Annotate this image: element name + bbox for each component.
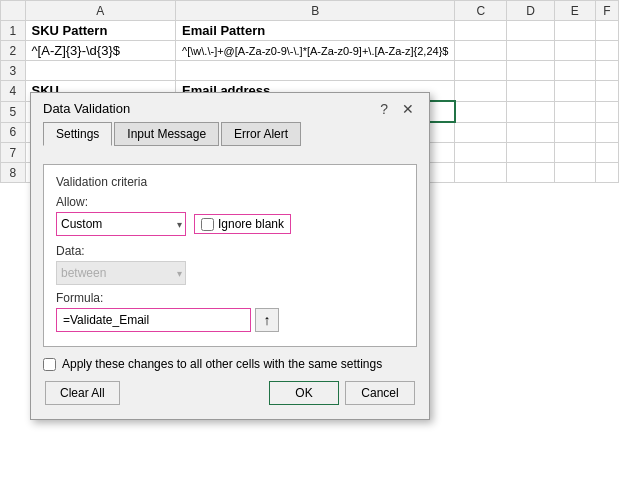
col-header-d[interactable]: D xyxy=(507,1,555,21)
cell-f2[interactable] xyxy=(595,41,618,61)
cell-f6[interactable] xyxy=(595,122,618,143)
cell-d1[interactable] xyxy=(507,21,555,41)
allow-dropdown-wrapper: Custom ▾ xyxy=(56,212,186,236)
col-header-num xyxy=(1,1,26,21)
allow-label: Allow: xyxy=(56,195,404,209)
col-header-b[interactable]: B xyxy=(176,1,455,21)
cell-c8[interactable] xyxy=(455,163,507,183)
cell-b3[interactable] xyxy=(176,61,455,81)
content-area: Validation criteria Allow: Custom ▾ Igno… xyxy=(43,164,417,347)
ignore-blank-checkbox-label[interactable]: Ignore blank xyxy=(194,214,291,234)
cell-e8[interactable] xyxy=(555,163,596,183)
cell-a1[interactable]: SKU Pattern xyxy=(25,21,176,41)
apply-changes-label: Apply these changes to all other cells w… xyxy=(62,357,382,371)
row-num-8: 8 xyxy=(1,163,26,183)
dialog-title: Data Validation xyxy=(43,101,130,116)
formula-collapse-button[interactable]: ↑ xyxy=(255,308,279,332)
row-num-2: 2 xyxy=(1,41,26,61)
cell-f5[interactable] xyxy=(595,101,618,122)
cell-d4[interactable] xyxy=(507,81,555,102)
apply-checkbox-row: Apply these changes to all other cells w… xyxy=(43,357,417,371)
col-header-c[interactable]: C xyxy=(455,1,507,21)
formula-row: ↑ xyxy=(56,308,404,332)
clear-all-button[interactable]: Clear All xyxy=(45,381,120,405)
cell-c5[interactable] xyxy=(455,101,507,122)
data-validation-dialog: Data Validation ? ✕ Settings Input Messa… xyxy=(30,92,430,420)
row-num-5: 5 xyxy=(1,101,26,122)
cell-d3[interactable] xyxy=(507,61,555,81)
row-num-1: 1 xyxy=(1,21,26,41)
formula-input[interactable] xyxy=(56,308,251,332)
cell-c1[interactable] xyxy=(455,21,507,41)
cell-e2[interactable] xyxy=(555,41,596,61)
cell-c6[interactable] xyxy=(455,122,507,143)
col-header-f[interactable]: F xyxy=(595,1,618,21)
table-row: 1 SKU Pattern Email Pattern xyxy=(1,21,619,41)
tab-bar: Settings Input Message Error Alert xyxy=(31,122,429,146)
cell-c7[interactable] xyxy=(455,143,507,163)
cell-b1[interactable]: Email Pattern xyxy=(176,21,455,41)
row-num-3: 3 xyxy=(1,61,26,81)
cell-b2[interactable]: ^[\w\.\-]+@[A-Za-z0-9\-\.]*[A-Za-z0-9]+\… xyxy=(176,41,455,61)
formula-collapse-icon: ↑ xyxy=(264,312,271,328)
cell-a2[interactable]: ^[A-Z]{3}-\d{3}$ xyxy=(25,41,176,61)
allow-row: Custom ▾ Ignore blank xyxy=(56,212,404,236)
cell-e3[interactable] xyxy=(555,61,596,81)
close-button[interactable]: ✕ xyxy=(399,102,417,116)
dialog-titlebar: Data Validation ? ✕ xyxy=(31,93,429,122)
cell-d7[interactable] xyxy=(507,143,555,163)
formula-label: Formula: xyxy=(56,291,404,305)
cell-d8[interactable] xyxy=(507,163,555,183)
data-label: Data: xyxy=(56,244,404,258)
validation-criteria-label: Validation criteria xyxy=(56,175,404,189)
tab-input-message[interactable]: Input Message xyxy=(114,122,219,146)
tab-settings[interactable]: Settings xyxy=(43,122,112,146)
cell-f1[interactable] xyxy=(595,21,618,41)
dialog-footer: Clear All OK Cancel xyxy=(43,381,417,409)
ignore-blank-checkbox[interactable] xyxy=(201,218,214,231)
cell-f8[interactable] xyxy=(595,163,618,183)
cell-d5[interactable] xyxy=(507,101,555,122)
row-num-6: 6 xyxy=(1,122,26,143)
table-row: 3 xyxy=(1,61,619,81)
cell-a3[interactable] xyxy=(25,61,176,81)
col-header-a[interactable]: A xyxy=(25,1,176,21)
apply-changes-checkbox[interactable] xyxy=(43,358,56,371)
dialog-controls: ? ✕ xyxy=(377,102,417,116)
tab-error-alert[interactable]: Error Alert xyxy=(221,122,301,146)
ignore-blank-label: Ignore blank xyxy=(218,217,284,231)
data-dropdown[interactable]: between xyxy=(56,261,186,285)
cell-e6[interactable] xyxy=(555,122,596,143)
row-num-7: 7 xyxy=(1,143,26,163)
help-button[interactable]: ? xyxy=(377,102,391,116)
cell-d2[interactable] xyxy=(507,41,555,61)
cell-c3[interactable] xyxy=(455,61,507,81)
cell-f3[interactable] xyxy=(595,61,618,81)
cell-e5[interactable] xyxy=(555,101,596,122)
row-num-4: 4 xyxy=(1,81,26,102)
footer-right-buttons: OK Cancel xyxy=(269,381,415,405)
cell-e1[interactable] xyxy=(555,21,596,41)
table-row: 2 ^[A-Z]{3}-\d{3}$ ^[\w\.\-]+@[A-Za-z0-9… xyxy=(1,41,619,61)
cell-c4[interactable] xyxy=(455,81,507,102)
cell-f7[interactable] xyxy=(595,143,618,163)
cell-e4[interactable] xyxy=(555,81,596,102)
col-header-e[interactable]: E xyxy=(555,1,596,21)
ok-button[interactable]: OK xyxy=(269,381,339,405)
cell-f4[interactable] xyxy=(595,81,618,102)
dialog-body: Validation criteria Allow: Custom ▾ Igno… xyxy=(31,156,429,419)
cell-c2[interactable] xyxy=(455,41,507,61)
cell-e7[interactable] xyxy=(555,143,596,163)
cell-d6[interactable] xyxy=(507,122,555,143)
cancel-button[interactable]: Cancel xyxy=(345,381,415,405)
allow-dropdown[interactable]: Custom xyxy=(56,212,186,236)
data-dropdown-wrapper: between ▾ xyxy=(56,261,186,285)
